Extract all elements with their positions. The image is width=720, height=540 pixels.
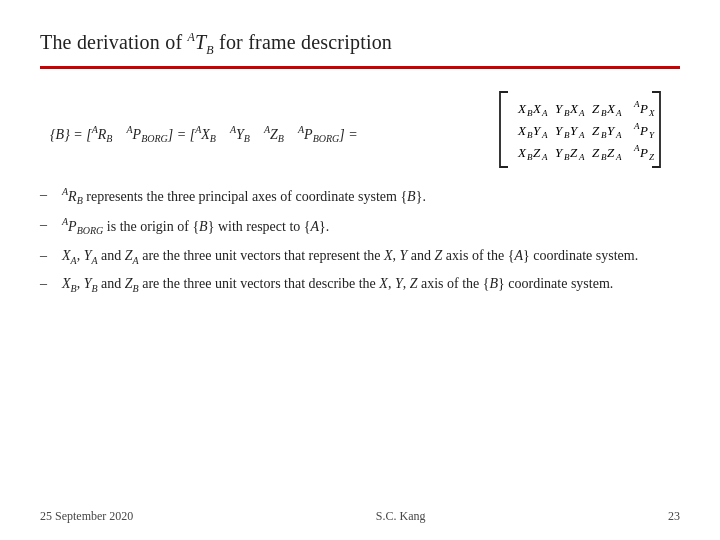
svg-text:X: X — [648, 108, 655, 118]
svg-text:Y: Y — [555, 101, 564, 116]
svg-text:P: P — [639, 101, 648, 116]
matrix-svg: X B X A Y B X A Z B X A A P X X B Y A — [490, 87, 670, 172]
svg-text:X: X — [517, 145, 527, 160]
svg-text:A: A — [541, 152, 548, 162]
svg-text:Y: Y — [649, 130, 655, 140]
svg-text:Z: Z — [607, 145, 615, 160]
footer-page: 23 — [668, 509, 680, 524]
svg-text:Y: Y — [555, 145, 564, 160]
svg-text:Z: Z — [592, 101, 600, 116]
svg-text:A: A — [615, 108, 622, 118]
title-math-sup: A — [187, 30, 195, 44]
svg-text:X: X — [517, 101, 527, 116]
bullet-item-1: – ARB represents the three principal axe… — [40, 184, 680, 208]
svg-text:A: A — [541, 130, 548, 140]
bullet-text-1: ARB represents the three principal axes … — [62, 184, 680, 208]
svg-text:Y: Y — [533, 123, 542, 138]
slide-title: The derivation of ATB for frame descript… — [40, 30, 680, 58]
svg-text:P: P — [639, 123, 648, 138]
bullet-dash-1: – — [40, 184, 54, 205]
footer-author: S.C. Kang — [376, 509, 426, 524]
svg-text:A: A — [578, 108, 585, 118]
svg-text:X: X — [606, 101, 616, 116]
title-math-T: T — [195, 31, 206, 53]
svg-text:A: A — [633, 99, 640, 109]
bullet-dash-2: – — [40, 214, 54, 235]
svg-text:A: A — [615, 130, 622, 140]
svg-text:Z: Z — [592, 123, 600, 138]
svg-text:Y: Y — [607, 123, 616, 138]
bullet-list: – ARB represents the three principal axe… — [40, 184, 680, 297]
bullet-text-4: XB, YB and ZB are the three unit vectors… — [62, 273, 680, 296]
main-equation-area: {B} = [ARB APBORG] = [AXB AYB AZB APBORG… — [40, 87, 680, 172]
footer: 25 September 2020 S.C. Kang 23 — [40, 509, 680, 524]
title-suffix: for frame description — [214, 31, 392, 53]
slide: The derivation of ATB for frame descript… — [0, 0, 720, 540]
svg-text:X: X — [569, 101, 579, 116]
footer-date: 25 September 2020 — [40, 509, 133, 524]
title-prefix: The derivation of — [40, 31, 187, 53]
svg-text:A: A — [615, 152, 622, 162]
svg-text:Z: Z — [570, 145, 578, 160]
svg-text:X: X — [517, 123, 527, 138]
left-equation: {B} = [ARB APBORG] = [AXB AYB AZB APBORG… — [50, 124, 358, 144]
bullet-text-2: APBORG is the origin of {B} with respect… — [62, 214, 680, 238]
svg-text:Z: Z — [533, 145, 541, 160]
svg-text:Z: Z — [592, 145, 600, 160]
svg-text:A: A — [578, 152, 585, 162]
bullet-dash-3: – — [40, 245, 54, 266]
svg-text:A: A — [633, 121, 640, 131]
bullet-item-3: – XA, YA and ZA are the three unit vecto… — [40, 245, 680, 268]
svg-text:Z: Z — [649, 152, 655, 162]
svg-text:A: A — [578, 130, 585, 140]
title-math-sub: B — [206, 43, 214, 57]
svg-text:X: X — [532, 101, 542, 116]
svg-text:Y: Y — [570, 123, 579, 138]
svg-text:A: A — [541, 108, 548, 118]
svg-text:Y: Y — [555, 123, 564, 138]
bullet-text-3: XA, YA and ZA are the three unit vectors… — [62, 245, 680, 268]
bullet-item-4: – XB, YB and ZB are the three unit vecto… — [40, 273, 680, 296]
svg-text:P: P — [639, 145, 648, 160]
right-matrix: X B X A Y B X A Z B X A A P X X B Y A — [490, 87, 670, 172]
title-divider — [40, 66, 680, 69]
svg-text:A: A — [633, 143, 640, 153]
bullet-dash-4: – — [40, 273, 54, 294]
bullet-item-2: – APBORG is the origin of {B} with respe… — [40, 214, 680, 238]
